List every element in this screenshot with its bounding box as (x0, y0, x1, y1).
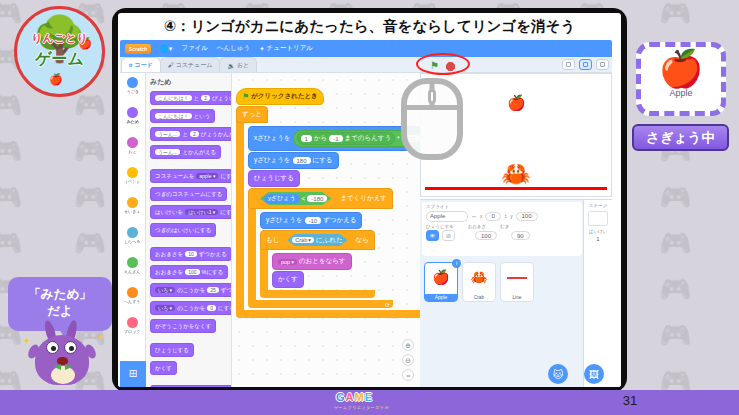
size-field[interactable]: 100 (475, 231, 497, 240)
category-おと[interactable]: おと (120, 133, 145, 163)
palette-block[interactable]: おおきさを10ずつかえる (150, 247, 232, 261)
category-label: イベント (124, 179, 141, 184)
sprite-thumbnail-Crab[interactable]: 🦀Crab (462, 262, 496, 302)
value-oval[interactable]: うーん... (155, 149, 180, 155)
fullscreen-button[interactable] (596, 59, 609, 70)
dropdown[interactable]: apple ▾ (196, 173, 218, 179)
backdrop-thumbnail[interactable] (588, 211, 608, 226)
palette-block[interactable]: つぎのコスチュームにする (150, 187, 227, 201)
repeat-until-block[interactable]: yざひょう < -180 までくりかえす yざひょうを (248, 188, 393, 308)
set-y-block[interactable]: yざひょうを 180 にする (248, 152, 339, 169)
stage-panel[interactable]: ステージ はいけい 1 (583, 200, 612, 387)
value-oval[interactable]: こんにちは！ (155, 95, 192, 101)
tab-code[interactable]: ⌗コード (121, 57, 161, 72)
value-oval[interactable]: うーん... (155, 131, 180, 137)
sprite-thumbnail-Apple[interactable]: 🍎Applei (424, 262, 458, 302)
hide-sprite-button[interactable]: ⊘ (442, 230, 455, 241)
sprite-thumbnail-name: Crab (463, 294, 495, 301)
touching-target-dropdown[interactable]: Crab▾ (292, 237, 314, 243)
sound-dropdown[interactable]: pop▾ (278, 259, 297, 265)
hide-block[interactable]: かくす (272, 271, 304, 288)
tab-costume[interactable]: 🖌コスチューム (160, 57, 221, 72)
when-flag-clicked-block[interactable]: ⚑ がクリックされたとき (236, 88, 324, 105)
palette-block[interactable]: こんにちは！と2びょういう (150, 91, 232, 105)
dropdown[interactable]: はいけい1 ▾ (185, 209, 218, 215)
palette-block[interactable]: うーん...とかんがえる (150, 145, 221, 159)
category-うごき[interactable]: うごき (120, 73, 145, 103)
value-oval[interactable]: 100 (185, 269, 199, 275)
logo-text-bottom: ゲーム (17, 49, 102, 70)
palette-block[interactable]: うーん...と2びょうかんがえる (150, 127, 232, 141)
sprite-panel: スプライト ↔ x 0 ↕ y 100 ひょうじする おおきさ (420, 199, 612, 387)
direction-field[interactable]: 90 (511, 231, 530, 240)
code-icon: ⌗ (129, 62, 132, 69)
palette-block[interactable]: コスチュームをapple ▾にする (150, 169, 232, 183)
zoom-reset-button[interactable]: ＝ (402, 369, 414, 381)
menu-tutorial[interactable]: ✦チュートリアル (259, 44, 313, 53)
normal-stage-button[interactable] (579, 59, 592, 70)
category-イベント[interactable]: イベント (120, 163, 145, 193)
palette-block[interactable]: つぎのはいけいにする (150, 223, 216, 237)
palette-block[interactable]: かくす (150, 361, 177, 375)
category-ブロック[interactable]: ブロック (120, 313, 145, 343)
crab-sprite[interactable]: 🦀 (501, 160, 531, 188)
sprite-name-input[interactable] (426, 211, 468, 222)
x-position-field[interactable]: 0 (485, 212, 501, 221)
value-oval[interactable]: 2 (190, 131, 199, 137)
category-label: しらべる (124, 239, 141, 244)
value-oval[interactable]: こんにちは！ (155, 113, 192, 119)
category-へんすう[interactable]: へんすう (120, 283, 145, 313)
palette-block[interactable]: いろ ▾のこうかを0にする (150, 301, 232, 315)
palette-block[interactable]: がぞうこうかをなくす (150, 319, 216, 333)
value-oval[interactable]: 10 (185, 251, 197, 257)
random-number-block[interactable]: 1 から -1 までのらんすう (297, 132, 396, 145)
touching-condition[interactable]: Crab▾ にふれた (282, 234, 352, 246)
value-oval[interactable]: 0 (207, 305, 216, 311)
sprite-thumbnail-Line[interactable]: Line (500, 262, 534, 302)
zoom-in-button[interactable]: ⊕ (402, 339, 414, 351)
category-label: へんすう (124, 299, 141, 304)
slide-content: ④：リンゴがカニにあたったら、音をならしてリンゴを消そう Scratch 🌐▾ … (118, 13, 621, 387)
change-y-block[interactable]: yざひょうを -10 ずつかえる (260, 212, 362, 229)
value-oval[interactable]: 25 (207, 287, 219, 293)
zoom-out-button[interactable]: ⊖ (402, 354, 414, 366)
code-area[interactable]: ⚑ がクリックされたとき ずっと xざひょうを 1 (232, 73, 420, 387)
small-stage-button[interactable] (562, 59, 575, 70)
bowtie (54, 364, 72, 370)
palette-block[interactable]: おおきさを100%にする (150, 265, 228, 279)
category-しらべる[interactable]: しらべる (120, 223, 145, 253)
palette-block[interactable]: ひょうじする (150, 343, 194, 357)
dropdown[interactable]: いろ ▾ (155, 287, 175, 293)
value-oval[interactable]: 2 (201, 95, 210, 101)
apple-sprite[interactable]: 🍎 (507, 94, 526, 112)
category-label: ブロック (124, 329, 141, 334)
language-globe-icon[interactable]: 🌐▾ (160, 45, 172, 53)
less-than-condition[interactable]: yざひょう < -180 (254, 192, 337, 205)
dropdown[interactable]: いろ ▾ (155, 305, 175, 311)
show-block[interactable]: ひょうじする (248, 170, 300, 187)
category-label: おと (128, 149, 136, 154)
palette-block[interactable]: こんにちは！という (150, 109, 215, 123)
add-backdrop-button[interactable]: 🖼 (584, 364, 604, 384)
if-touching-block[interactable]: もし Crab▾ にふれた なら (260, 230, 375, 298)
game-logo-subtext: ゲームクリエイターズラボ (334, 405, 389, 410)
sprite-thumbnail-name: Line (501, 294, 533, 301)
play-sound-block[interactable]: pop▾ のおとをならす (272, 253, 352, 270)
add-extension-button[interactable]: ⊞ (120, 361, 146, 387)
show-sprite-button[interactable]: 👁 (426, 230, 439, 241)
menu-file[interactable]: ファイル (181, 44, 208, 53)
palette-block[interactable]: さいぜんめん ▾へいどうする (150, 385, 232, 387)
y-position-reporter[interactable]: yざひょう (264, 194, 300, 204)
y-position-field[interactable]: 100 (516, 212, 538, 221)
crab-icon: 🦀 (463, 263, 495, 291)
add-sprite-button[interactable]: 🐱 (548, 364, 568, 384)
tab-sound[interactable]: 🔉おと (219, 57, 257, 72)
info-badge[interactable]: i (452, 259, 461, 268)
category-えんざん[interactable]: えんざん (120, 253, 145, 283)
tab-strip: ⌗コード🖌コスチューム🔉おと (120, 57, 612, 73)
palette-block[interactable]: はいけいをはいけい1 ▾にする (150, 205, 232, 219)
category-みため[interactable]: みため (120, 103, 145, 133)
palette-block[interactable]: いろ ▾のこうかを25ずつかえる (150, 283, 232, 297)
menu-edit[interactable]: へんしゅう (217, 44, 250, 53)
category-せいぎょ[interactable]: せいぎょ (120, 193, 145, 223)
